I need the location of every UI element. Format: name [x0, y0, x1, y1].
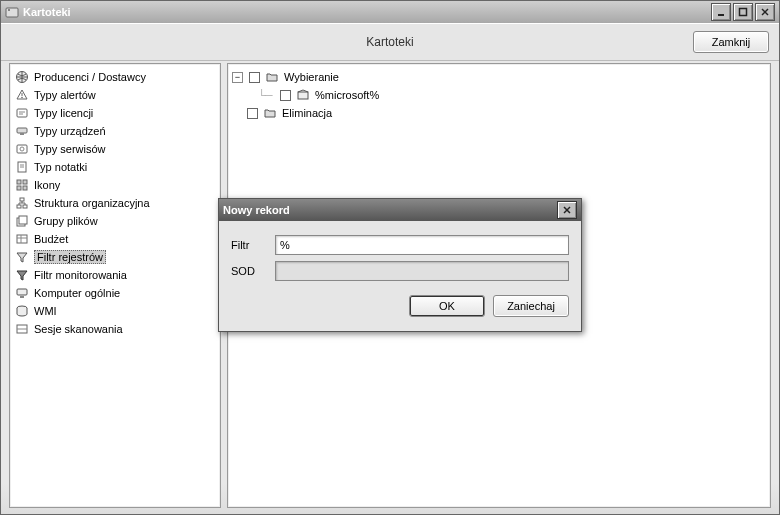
svg-rect-32 [20, 296, 24, 298]
svg-rect-25 [23, 205, 27, 208]
sidebar-item-filtr-rejestrow[interactable]: Filtr rejestrów [12, 248, 218, 266]
svg-rect-22 [23, 186, 27, 190]
service-icon [14, 141, 30, 157]
svg-rect-27 [19, 216, 27, 224]
package-icon [295, 87, 311, 103]
sidebar-item-label: Budżet [34, 233, 68, 245]
sidebar-item-typ-notatki[interactable]: Typ notatki [12, 158, 218, 176]
sidebar-item-typy-serwisow[interactable]: Typy serwisów [12, 140, 218, 158]
svg-rect-23 [20, 198, 24, 201]
sidebar-item-label: Typy alertów [34, 89, 96, 101]
sidebar-item-label: Struktura organizacyjna [34, 197, 150, 209]
sod-input[interactable] [275, 261, 569, 281]
sidebar-item-typy-urzadzen[interactable]: Typy urządzeń [12, 122, 218, 140]
sidebar-item-budzet[interactable]: Budżet [12, 230, 218, 248]
dialog-titlebar: Nowy rekord [219, 199, 581, 221]
device-icon [14, 123, 30, 139]
sidebar-item-label: Typy serwisów [34, 143, 106, 155]
close-button[interactable] [755, 3, 775, 21]
ok-button[interactable]: OK [409, 295, 485, 317]
svg-rect-12 [17, 128, 27, 133]
sidebar-tree[interactable]: Producenci / Dostawcy Typy alertów Typy … [9, 63, 221, 508]
alert-icon [14, 87, 30, 103]
filter-icon [14, 267, 30, 283]
sidebar-item-producenci[interactable]: Producenci / Dostawcy [12, 68, 218, 86]
sidebar-item-label: Grupy plików [34, 215, 98, 227]
files-icon [14, 213, 30, 229]
titlebar: Kartoteki [1, 1, 779, 23]
checkbox[interactable] [249, 72, 260, 83]
sidebar-item-komputer-ogolnie[interactable]: Komputer ogólnie [12, 284, 218, 302]
license-icon [14, 105, 30, 121]
sidebar-item-label: Typ notatki [34, 161, 87, 173]
sidebar-item-label: Ikony [34, 179, 60, 191]
tree-node-wybieranie[interactable]: − Wybieranie [230, 68, 768, 86]
cancel-button[interactable]: Zaniechaj [493, 295, 569, 317]
computer-icon [14, 285, 30, 301]
sidebar-item-label: Typy urządzeń [34, 125, 106, 137]
sidebar-item-label: Filtr rejestrów [34, 250, 106, 264]
checkbox[interactable] [280, 90, 291, 101]
app-icon [5, 5, 19, 19]
sidebar-item-label: Producenci / Dostawcy [34, 71, 146, 83]
tree-node-eliminacja[interactable]: Eliminacja [230, 104, 768, 122]
orgchart-icon [14, 195, 30, 211]
sidebar-item-typy-alertow[interactable]: Typy alertów [12, 86, 218, 104]
tree-node-microsoft[interactable]: └─ %microsoft% [256, 86, 768, 104]
svg-rect-14 [17, 145, 27, 153]
sidebar-item-sesje-skanowania[interactable]: Sesje skanowania [12, 320, 218, 338]
field-label-filtr: Filtr [231, 239, 265, 251]
toolbar: Kartoteki Zamknij [1, 23, 779, 61]
window-title: Kartoteki [23, 6, 71, 18]
sidebar-item-wmi[interactable]: WMI [12, 302, 218, 320]
sidebar-item-ikony[interactable]: Ikony [12, 176, 218, 194]
dialog-nowy-rekord: Nowy rekord Filtr SOD OK Zaniechaj [218, 198, 582, 332]
svg-rect-19 [17, 180, 21, 184]
folder-icon [262, 105, 278, 121]
node-label: %microsoft% [315, 89, 379, 101]
svg-point-8 [21, 97, 23, 99]
toolbar-title: Kartoteki [1, 35, 779, 49]
svg-rect-28 [17, 235, 27, 243]
node-label: Wybieranie [284, 71, 339, 83]
dialog-buttons: OK Zaniechaj [231, 295, 569, 317]
sidebar-item-label: Komputer ogólnie [34, 287, 120, 299]
dialog-title: Nowy rekord [223, 204, 290, 216]
svg-rect-3 [740, 9, 747, 16]
toolbar-close-button[interactable]: Zamknij [693, 31, 769, 53]
sidebar-item-grupy-plikow[interactable]: Grupy plików [12, 212, 218, 230]
note-icon [14, 159, 30, 175]
sidebar-item-filtr-monitorowania[interactable]: Filtr monitorowania [12, 266, 218, 284]
dialog-body: Filtr SOD OK Zaniechaj [219, 221, 581, 331]
svg-rect-13 [20, 133, 24, 135]
svg-rect-0 [6, 8, 18, 17]
sidebar-item-label: Sesje skanowania [34, 323, 123, 335]
field-row-filtr: Filtr [231, 235, 569, 255]
scan-icon [14, 321, 30, 337]
field-row-sod: SOD [231, 261, 569, 281]
dialog-close-button[interactable] [557, 201, 577, 219]
sidebar-item-typy-licencji[interactable]: Typy licencji [12, 104, 218, 122]
svg-rect-9 [17, 109, 27, 117]
database-icon [14, 303, 30, 319]
filter-icon [14, 249, 30, 265]
maximize-button[interactable] [733, 3, 753, 21]
svg-point-1 [8, 9, 10, 11]
filter-input[interactable] [275, 235, 569, 255]
tree-branch-icon: └─ [258, 89, 276, 101]
svg-rect-24 [17, 205, 21, 208]
minimize-button[interactable] [711, 3, 731, 21]
checkbox[interactable] [247, 108, 258, 119]
svg-rect-20 [23, 180, 27, 184]
collapse-icon[interactable]: − [232, 72, 243, 83]
sidebar-item-label: Filtr monitorowania [34, 269, 127, 281]
svg-rect-31 [17, 289, 27, 295]
svg-rect-36 [298, 92, 308, 99]
field-label-sod: SOD [231, 265, 265, 277]
table-icon [14, 231, 30, 247]
node-label: Eliminacja [282, 107, 332, 119]
svg-rect-21 [17, 186, 21, 190]
sidebar-item-struktura-organizacyjna[interactable]: Struktura organizacyjna [12, 194, 218, 212]
window-controls [711, 3, 775, 21]
sidebar-item-label: WMI [34, 305, 57, 317]
